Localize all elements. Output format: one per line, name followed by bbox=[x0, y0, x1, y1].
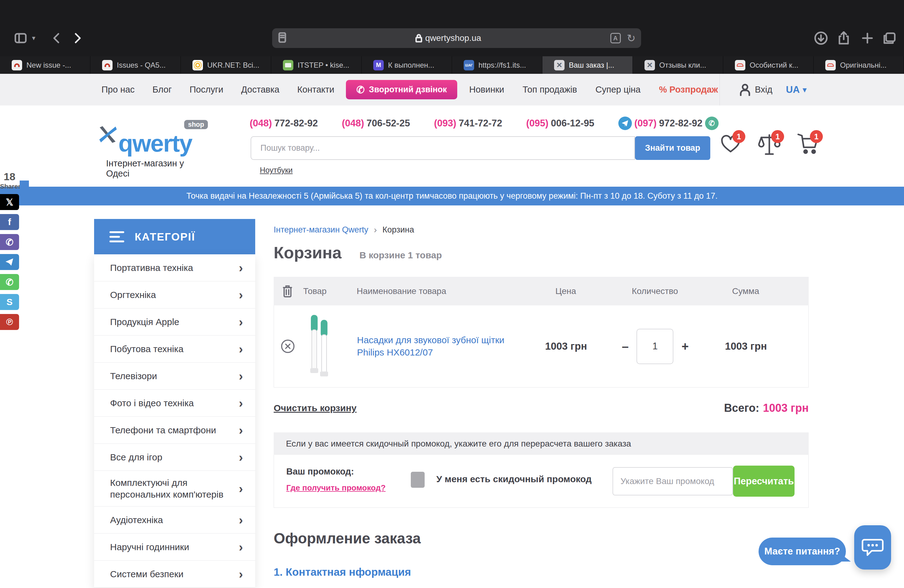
share-viber-button[interactable]: ✆ bbox=[0, 234, 19, 250]
category-item[interactable]: Оргтехніка› bbox=[94, 281, 255, 308]
breadcrumb-home-link[interactable]: Інтернет-магазин Qwerty bbox=[273, 225, 368, 235]
nav-about[interactable]: Про нас bbox=[101, 85, 135, 95]
breadcrumb: Інтернет-магазин Qwerty › Корзина bbox=[273, 224, 809, 235]
mail-icon bbox=[283, 60, 293, 70]
quick-link-laptops[interactable]: Ноутбуки bbox=[260, 166, 293, 175]
chevron-right-icon: › bbox=[239, 514, 243, 526]
tab[interactable]: ITSTEP • kise... bbox=[271, 56, 362, 74]
category-item[interactable]: Аудіотехніка› bbox=[94, 506, 255, 534]
nav-blog[interactable]: Блог bbox=[153, 85, 172, 95]
promo-checkbox[interactable] bbox=[411, 472, 425, 488]
downloads-icon[interactable] bbox=[814, 29, 828, 47]
share-icon[interactable] bbox=[838, 29, 849, 47]
qty-increase-button[interactable]: + bbox=[681, 340, 689, 352]
language-selector[interactable]: UA▾ bbox=[786, 74, 806, 106]
tab[interactable]: Особистий к... bbox=[723, 56, 814, 74]
chevron-right-icon: › bbox=[239, 316, 243, 328]
promo-where-link[interactable]: Где получить промокод? bbox=[286, 483, 386, 493]
category-item[interactable]: Наручні годинники› bbox=[94, 534, 255, 561]
categories-header[interactable]: КАТЕГОРІЇ bbox=[94, 219, 255, 254]
tab[interactable]: Issues - QA5... bbox=[90, 56, 181, 74]
logo-x-icon bbox=[98, 114, 119, 154]
tab-overview-icon[interactable] bbox=[883, 29, 896, 47]
chevron-right-icon: › bbox=[239, 451, 243, 463]
shop-logo[interactable]: qwerty shop Інтернет-магазин у Одесі bbox=[98, 114, 209, 179]
logo-tagline: Інтернет-магазин у Одесі bbox=[106, 158, 209, 179]
notice-banner: Точка видачі на Незалежності 5 (Армійськ… bbox=[0, 187, 904, 205]
category-item[interactable]: Системи безпеки› bbox=[94, 561, 255, 588]
phone-number[interactable]: (095)006-12-95 bbox=[526, 118, 594, 129]
forward-button[interactable] bbox=[73, 29, 82, 47]
category-item[interactable]: Фото і відео техніка› bbox=[94, 390, 255, 417]
sidebar-toggle-icon[interactable] bbox=[14, 29, 27, 47]
nav-sale[interactable]: % Розпродаж bbox=[659, 85, 718, 95]
nav-new[interactable]: Новинки bbox=[469, 85, 504, 95]
tab[interactable]: ШАГhttps://fs1.its... bbox=[452, 56, 542, 74]
share-whatsapp-button[interactable]: ✆ bbox=[0, 274, 19, 290]
chevron-right-icon: › bbox=[374, 224, 377, 235]
promo-recalc-button[interactable]: Пересчитать bbox=[733, 466, 795, 497]
cart-button[interactable]: 1 bbox=[797, 133, 819, 158]
remove-item-icon[interactable] bbox=[280, 339, 295, 354]
nav-top-sales[interactable]: Топ продажів bbox=[523, 85, 577, 95]
tab-active[interactable]: ✕Ваш заказ |... bbox=[542, 56, 633, 74]
nav-delivery[interactable]: Доставка bbox=[241, 85, 280, 95]
callback-button[interactable]: ✆ Зворотний дзвінок bbox=[346, 80, 457, 100]
compare-button[interactable]: 1 bbox=[758, 133, 781, 158]
search-input[interactable] bbox=[251, 136, 635, 160]
chat-bubble-prompt[interactable]: Маєте питання? bbox=[759, 537, 846, 565]
share-facebook-button[interactable]: f bbox=[0, 214, 19, 230]
tab[interactable]: ✕Отзывы кли... bbox=[633, 56, 723, 74]
nav-super-price[interactable]: Супер ціна bbox=[596, 85, 641, 95]
tab[interactable]: Оригінальні... bbox=[814, 56, 904, 74]
url-bar[interactable]: qwertyshop.ua A ↻ bbox=[272, 28, 641, 48]
clear-cart-link[interactable]: Очистить корзину bbox=[273, 403, 357, 413]
qty-decrease-button[interactable]: – bbox=[622, 340, 629, 352]
reader-icon[interactable] bbox=[278, 32, 286, 44]
chevron-down-icon[interactable]: ▾ bbox=[32, 29, 35, 47]
login-button[interactable]: Вхід bbox=[740, 74, 773, 106]
qty-input[interactable] bbox=[637, 329, 673, 364]
nav-services[interactable]: Послуги bbox=[190, 85, 223, 95]
chevron-right-icon: › bbox=[239, 568, 243, 580]
category-item[interactable]: Комплектуючі для персональних комп'ютері… bbox=[94, 471, 255, 506]
category-item[interactable]: Все для ігор› bbox=[94, 444, 255, 471]
category-item[interactable]: Телевізори› bbox=[94, 363, 255, 390]
translate-icon[interactable]: A bbox=[610, 33, 621, 43]
new-tab-icon[interactable] bbox=[861, 29, 873, 47]
back-button[interactable] bbox=[52, 29, 61, 47]
tab[interactable]: New issue -... bbox=[0, 56, 90, 74]
hamburger-icon bbox=[109, 229, 124, 245]
reload-icon[interactable]: ↻ bbox=[627, 32, 636, 44]
wishlist-button[interactable]: 1 bbox=[719, 133, 742, 158]
chevron-right-icon: › bbox=[239, 424, 243, 436]
tab[interactable]: MК выполнен... bbox=[362, 56, 452, 74]
viber-icon[interactable]: ✆ bbox=[705, 117, 719, 130]
car-icon bbox=[825, 60, 836, 70]
category-item[interactable]: Побутова техніка› bbox=[94, 335, 255, 363]
phone-number[interactable]: (048)706-52-25 bbox=[342, 118, 410, 129]
cart-count-badge: 1 bbox=[810, 130, 823, 143]
qwerty-icon: ✕ bbox=[645, 60, 655, 70]
tab[interactable]: UKR.NET: Всі... bbox=[181, 56, 271, 74]
promo-code-input[interactable] bbox=[613, 467, 733, 495]
phone-number[interactable]: (093)741-72-72 bbox=[434, 118, 502, 129]
page-title: Корзина bbox=[273, 243, 341, 262]
chevron-right-icon: › bbox=[239, 370, 243, 382]
car-icon bbox=[735, 60, 745, 70]
telegram-icon[interactable] bbox=[618, 117, 632, 130]
share-pinterest-button[interactable]: ℗ bbox=[0, 314, 19, 330]
phone-number[interactable]: (048)772-82-92 bbox=[250, 118, 318, 129]
share-x-button[interactable]: 𝕏 bbox=[0, 194, 19, 210]
category-item[interactable]: Портативна техніка› bbox=[94, 254, 255, 281]
category-item[interactable]: Телефони та смартфони› bbox=[94, 417, 255, 444]
share-skype-button[interactable]: S bbox=[0, 294, 19, 310]
product-name-link[interactable]: Насадки для звукової зубної щітки Philip… bbox=[357, 334, 529, 359]
chat-widget-button[interactable] bbox=[854, 525, 891, 569]
category-item[interactable]: Продукція Apple› bbox=[94, 308, 255, 335]
phone-number[interactable]: (097)972-82-92 ✆ bbox=[618, 117, 719, 130]
nav-contacts[interactable]: Контакти bbox=[297, 85, 335, 95]
share-telegram-button[interactable] bbox=[0, 254, 19, 270]
search-button[interactable]: Знайти товар bbox=[635, 136, 710, 160]
cart-table-header: Товар Наименование товара Цена Количеств… bbox=[273, 277, 809, 305]
